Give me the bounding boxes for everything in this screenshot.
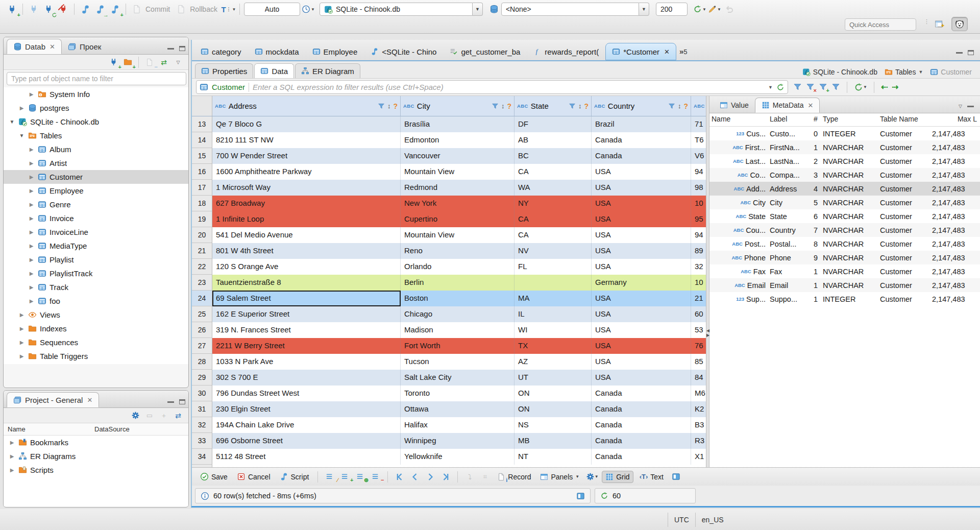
cell-country[interactable]: USA xyxy=(592,180,691,196)
cell-postalcode[interactable]: 94 xyxy=(691,227,706,243)
grid-view-button[interactable]: Grid xyxy=(602,471,633,483)
tree-item-views[interactable]: ▶Views xyxy=(4,308,188,322)
meta-cell-name[interactable]: ABCState xyxy=(709,212,768,221)
cell-postalcode[interactable]: 71 xyxy=(691,116,706,132)
cell-postalcode[interactable]: 60 xyxy=(691,306,706,322)
meta-cell-type[interactable]: NVARCHAR xyxy=(821,143,878,152)
column-header-postalcode[interactable]: ABC xyxy=(691,96,706,116)
expand-arrow-icon[interactable]: ▶ xyxy=(28,271,35,276)
cell-postalcode[interactable]: 94 xyxy=(691,164,706,180)
cell-address[interactable]: Qe 7 Bloco G xyxy=(212,116,401,132)
tab-overflow-button[interactable]: »5 xyxy=(676,47,691,56)
expand-arrow-icon[interactable]: ▶ xyxy=(9,453,15,459)
meta-cell-max[interactable]: 2,147,483 xyxy=(930,281,979,290)
cell-postalcode[interactable]: 53 xyxy=(691,322,706,338)
expand-arrow-icon[interactable]: ▶ xyxy=(28,202,35,207)
quick-access-input[interactable] xyxy=(845,18,916,31)
open-perspective-button[interactable] xyxy=(931,17,947,31)
meta-cell-max[interactable]: 2,147,483 xyxy=(930,199,979,207)
cell-country[interactable]: USA xyxy=(592,164,691,180)
settings-gear-icon[interactable]: ▼ xyxy=(585,472,599,481)
row-number[interactable]: 34 xyxy=(192,449,212,465)
cell-state[interactable]: AB xyxy=(514,132,592,148)
cell-state[interactable] xyxy=(514,275,592,291)
cell-postalcode[interactable]: B3 xyxy=(691,417,706,433)
meta-cell-name[interactable]: ABCEmail xyxy=(709,281,768,290)
sql-filter-input[interactable] xyxy=(253,83,765,91)
cell-state[interactable]: DF xyxy=(514,116,592,132)
tab-value[interactable]: Value xyxy=(714,98,755,113)
cell-country[interactable]: USA xyxy=(592,227,691,243)
cell-postalcode[interactable]: K2 xyxy=(691,401,706,417)
expand-arrow-icon[interactable]: ▶ xyxy=(18,340,25,345)
cell-country[interactable]: USA xyxy=(592,291,691,306)
refresh-grid-icon[interactable]: ▼ xyxy=(854,83,867,92)
meta-cell-table[interactable]: Customer xyxy=(878,185,930,193)
meta-cell-table[interactable]: Customer xyxy=(878,143,930,152)
cell-country[interactable]: USA xyxy=(592,211,691,227)
expand-arrow-icon[interactable]: ▶ xyxy=(18,312,25,318)
column-header-address[interactable]: ABCAddress↕? xyxy=(212,96,401,116)
dbeaver-perspective-button[interactable] xyxy=(951,17,968,31)
meta-cell-max[interactable]: 2,147,483 xyxy=(930,157,979,165)
filter-save-icon[interactable] xyxy=(793,83,802,91)
meta-cell-table[interactable]: Customer xyxy=(878,240,930,248)
cell-address[interactable]: 2211 W Berry Street xyxy=(212,338,401,354)
tree-item-playlisttrack[interactable]: ▶PlaylistTrack xyxy=(4,267,188,280)
cell-postalcode[interactable]: 10 xyxy=(691,275,706,291)
meta-column-header-table-name[interactable]: Table Name xyxy=(878,113,930,126)
expand-arrow-icon[interactable]: ▶ xyxy=(28,188,35,194)
cell-postalcode[interactable]: 85 xyxy=(691,354,706,370)
zoom-cell-icon[interactable]: ⌗ xyxy=(479,473,491,481)
meta-cell-table[interactable]: Customer xyxy=(878,157,930,165)
cell-address[interactable]: 696 Osborne Street xyxy=(212,433,401,449)
minimize-icon[interactable] xyxy=(167,48,174,50)
meta-cell-name[interactable]: ABCAdd... xyxy=(709,185,768,193)
cell-state[interactable]: NS xyxy=(514,417,592,433)
filter-remove-icon[interactable]: × xyxy=(806,83,815,91)
transaction-mode-select[interactable]: Auto xyxy=(244,3,300,16)
metadata-row-suppo[interactable]: 123Sup...Suppo...1INTEGERCustomer2,147,4… xyxy=(709,292,980,306)
tab-projects[interactable]: Проек xyxy=(62,39,107,54)
expand-arrow-icon[interactable]: ▶ xyxy=(9,440,15,445)
row-number[interactable]: 27 xyxy=(192,338,212,354)
expand-arrow-icon[interactable]: ▶ xyxy=(28,243,35,249)
metadata-row-phone[interactable]: ABCPhonePhone9NVARCHARCustomer2,147,483 xyxy=(709,251,980,264)
meta-cell-name[interactable]: ABCLast... xyxy=(709,157,768,165)
row-number[interactable]: 19 xyxy=(192,211,212,227)
undo-icon[interactable] xyxy=(723,3,736,16)
meta-cell-type[interactable]: NVARCHAR xyxy=(821,212,878,221)
meta-cell-number[interactable]: 9 xyxy=(812,254,821,262)
editor-tab-rewards-report[interactable]: rewards_report( xyxy=(527,43,605,60)
cell-postalcode[interactable]: 89 xyxy=(691,243,706,259)
cell-country[interactable]: Canada xyxy=(592,148,691,164)
meta-cell-table[interactable]: Customer xyxy=(878,199,930,207)
project-item-scripts[interactable]: ▶Scripts xyxy=(4,463,188,477)
tree-item-track[interactable]: ▶Track xyxy=(4,280,188,294)
meta-cell-number[interactable]: 8 xyxy=(812,240,821,248)
cell-country[interactable]: Canada xyxy=(592,386,691,401)
filter-custom-icon[interactable] xyxy=(831,83,840,91)
meta-cell-number[interactable]: 2 xyxy=(812,157,821,165)
meta-cell-label[interactable]: Phone xyxy=(768,254,812,262)
cell-country[interactable]: USA xyxy=(592,306,691,322)
metadata-row-country[interactable]: ABCCou...Country7NVARCHARCustomer2,147,4… xyxy=(709,223,980,237)
cell-address[interactable]: 796 Dundas Street West xyxy=(212,386,401,401)
column-filter-icon[interactable] xyxy=(569,103,576,110)
auto-refresh-icon[interactable]: ▼ xyxy=(693,3,706,16)
cell-address[interactable]: 1600 Amphitheatre Parkway xyxy=(212,164,401,180)
chevron-down-icon[interactable]: ▼ xyxy=(918,69,923,75)
maximize-icon[interactable] xyxy=(179,46,185,51)
cell-address[interactable]: 627 Broadway xyxy=(212,196,401,211)
tree-item-customer[interactable]: ▶Customer xyxy=(4,170,188,184)
meta-cell-name[interactable]: ABCPhone xyxy=(709,254,768,262)
meta-cell-label[interactable]: LastNa... xyxy=(768,157,812,165)
expand-arrow-icon[interactable]: ▶ xyxy=(28,298,35,304)
tab-project-general[interactable]: Project - General ✕ xyxy=(7,392,99,407)
row-number[interactable]: 20 xyxy=(192,227,212,243)
meta-cell-label[interactable]: Suppo... xyxy=(768,295,812,303)
meta-cell-label[interactable]: Custo... xyxy=(768,130,812,138)
metadata-row-state[interactable]: ABCStateState6NVARCHARCustomer2,147,483 xyxy=(709,209,980,223)
calc-panel-icon[interactable] xyxy=(670,472,683,481)
meta-cell-type[interactable]: NVARCHAR xyxy=(821,185,878,193)
